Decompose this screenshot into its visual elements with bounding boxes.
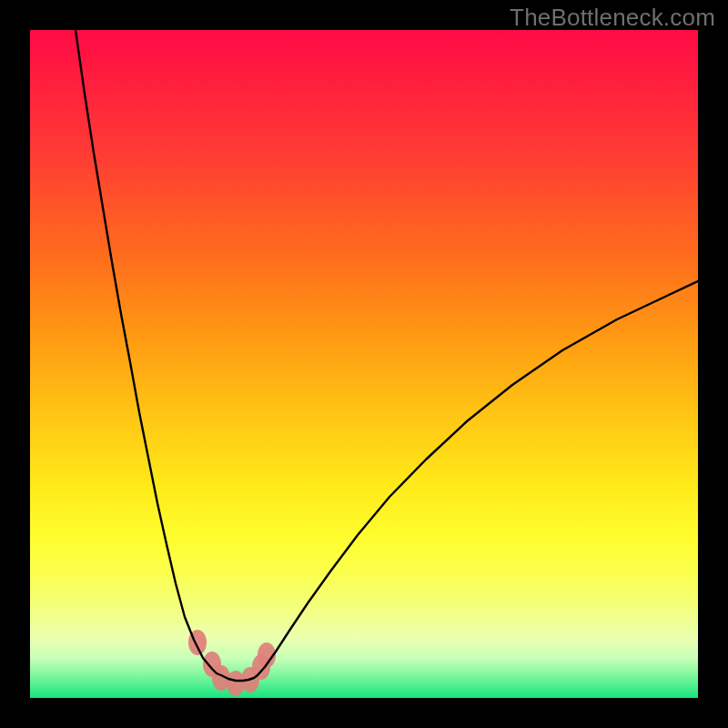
bottleneck-curve [76,30,698,681]
chart-frame: TheBottleneck.com [0,0,728,728]
markers-layer [188,630,276,696]
chart-svg [30,30,698,698]
plot-area [30,30,698,698]
watermark-text: TheBottleneck.com [510,4,715,32]
